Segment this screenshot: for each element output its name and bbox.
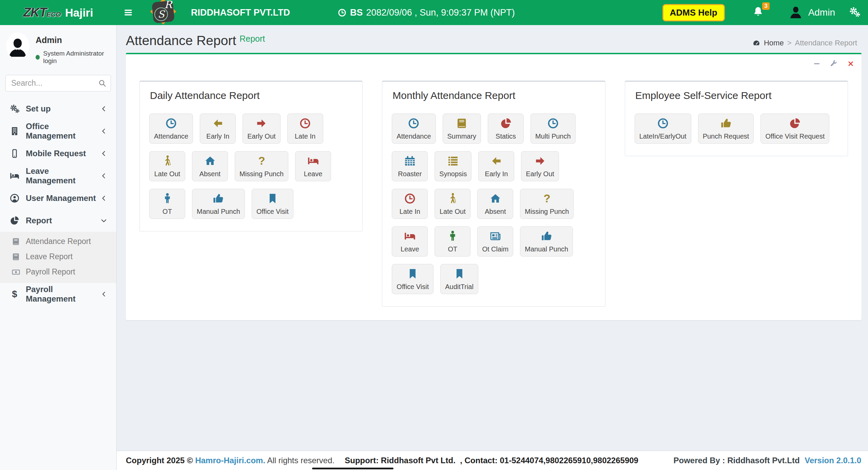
person-icon bbox=[161, 192, 174, 205]
panel-employee-self-service-report: Employee Self-Service ReportLateIn/Early… bbox=[625, 81, 848, 156]
tile-manual-punch[interactable]: Manual Punch bbox=[520, 226, 573, 257]
sidebar-subitem-attendance-report[interactable]: Attendance Report bbox=[0, 234, 116, 249]
tile-roaster[interactable]: Roaster bbox=[392, 151, 428, 181]
tile-latein-earlyout[interactable]: LateIn/EarlyOut bbox=[635, 114, 691, 144]
top-navbar: ZKTECO Hajiri R S RIDDHASOFT PVT.LTD BS … bbox=[0, 0, 868, 25]
tile-label: Punch Request bbox=[703, 132, 749, 140]
adms-help-button[interactable]: ADMS Help bbox=[662, 4, 725, 21]
minus-icon[interactable] bbox=[813, 60, 821, 68]
sidebar-toggle-button[interactable] bbox=[116, 0, 140, 25]
sidebar-item-report[interactable]: Report bbox=[0, 209, 116, 232]
tile-early-in[interactable]: Early In bbox=[478, 151, 514, 181]
walking-icon bbox=[161, 155, 174, 167]
chevron-left-icon bbox=[100, 172, 108, 180]
tile-office-visit-request[interactable]: Office Visit Request bbox=[760, 114, 829, 144]
panel-title: Daily Attendance Report bbox=[150, 90, 353, 101]
tile-label: Synopsis bbox=[439, 170, 467, 178]
tile-ot-claim[interactable]: Ot Claim bbox=[477, 226, 513, 257]
tile-late-out[interactable]: Late Out bbox=[435, 189, 470, 219]
tile-ot[interactable]: OT bbox=[149, 189, 185, 219]
tile-late-out[interactable]: Late Out bbox=[149, 151, 185, 181]
user-menu[interactable]: Admin bbox=[789, 5, 835, 20]
content-header: Attendance Report Report Home > Attendan… bbox=[117, 25, 868, 48]
sidebar-item-leave-management[interactable]: Leave Management bbox=[0, 165, 116, 187]
user-avatar-icon bbox=[789, 5, 803, 20]
tile-statics[interactable]: Statics bbox=[488, 114, 524, 144]
tile-early-in[interactable]: Early In bbox=[200, 114, 236, 144]
tile-office-visit[interactable]: Office Visit bbox=[252, 189, 293, 219]
chevron-left-icon bbox=[100, 105, 108, 113]
notification-badge: 3 bbox=[762, 2, 769, 10]
tile-early-out[interactable]: Early Out bbox=[243, 114, 280, 144]
user-name-label: Admin bbox=[808, 7, 835, 18]
online-status-dot bbox=[36, 55, 40, 60]
tile-late-in[interactable]: Late In bbox=[287, 114, 323, 144]
sidebar-search bbox=[5, 75, 111, 91]
sidebar-item-payroll-management[interactable]: Payroll Management bbox=[0, 283, 116, 305]
sidebar-item-set-up[interactable]: Set up bbox=[0, 98, 116, 120]
sidebar-subitem-leave-report[interactable]: Leave Report bbox=[0, 249, 116, 264]
arrow-left-icon bbox=[490, 155, 503, 167]
breadcrumb-home[interactable]: Home bbox=[764, 39, 784, 47]
dashboard-icon bbox=[752, 39, 760, 47]
tile-attendance[interactable]: Attendance bbox=[149, 114, 193, 144]
tile-punch-request[interactable]: Punch Request bbox=[698, 114, 754, 144]
settings-button[interactable] bbox=[849, 6, 861, 19]
tile-row: AttendanceSummaryStaticsMulti Punch bbox=[392, 114, 595, 144]
book-icon bbox=[12, 252, 20, 261]
tile-early-out[interactable]: Early Out bbox=[521, 151, 559, 181]
sidebar-item-mobile-request[interactable]: Mobile Request bbox=[0, 142, 116, 165]
arrow-left-icon bbox=[212, 117, 224, 129]
tile-leave[interactable]: Leave bbox=[392, 226, 428, 257]
tile-summary[interactable]: Summary bbox=[443, 114, 481, 144]
company-logo: R S bbox=[150, 0, 176, 26]
tile-multi-punch[interactable]: Multi Punch bbox=[531, 114, 576, 144]
sidebar-subitem-label: Attendance Report bbox=[26, 237, 91, 246]
page-title: Attendance Report bbox=[126, 33, 236, 48]
sidebar-subitem-label: Leave Report bbox=[26, 252, 73, 261]
tile-office-visit[interactable]: Office Visit bbox=[392, 264, 433, 294]
clock-icon bbox=[407, 117, 420, 129]
tile-label: Attendance bbox=[397, 132, 431, 140]
clock-icon bbox=[165, 117, 177, 129]
tile-label: Roaster bbox=[398, 170, 422, 178]
book-icon bbox=[456, 117, 468, 129]
sidebar-user-name: Admin bbox=[36, 35, 110, 45]
tile-attendance[interactable]: Attendance bbox=[392, 114, 436, 144]
sidebar-item-label: Office Management bbox=[26, 122, 100, 141]
sidebar-subitem-payroll-report[interactable]: Payroll Report bbox=[0, 264, 116, 280]
thumbs-icon bbox=[720, 117, 732, 129]
version-label: Version 2.0.1.0 bbox=[805, 456, 861, 465]
panel-title: Employee Self-Service Report bbox=[635, 90, 838, 101]
tile-leave[interactable]: Leave bbox=[295, 151, 331, 181]
hamburger-icon bbox=[123, 7, 133, 18]
tile-label: Early In bbox=[206, 132, 229, 140]
main-content: Attendance Report Report Home > Attendan… bbox=[117, 25, 868, 451]
tile-late-in[interactable]: Late In bbox=[392, 189, 428, 219]
sidebar-item-label: User Management bbox=[26, 193, 96, 203]
panel-daily-attendance-report: Daily Attendance ReportAttendanceEarly I… bbox=[139, 81, 363, 231]
avatar bbox=[6, 33, 30, 59]
tile-ot[interactable]: OT bbox=[435, 226, 470, 257]
notifications-button[interactable]: 3 bbox=[752, 6, 764, 19]
tile-absent[interactable]: Absent bbox=[192, 151, 228, 181]
wrench-icon[interactable] bbox=[830, 60, 838, 68]
tile-label: Late Out bbox=[154, 170, 180, 178]
tile-missing-punch[interactable]: Missing Punch bbox=[520, 189, 574, 219]
tile-synopsis[interactable]: Synopsis bbox=[435, 151, 471, 181]
clock-icon bbox=[657, 117, 669, 129]
search-input[interactable] bbox=[5, 75, 111, 91]
chevron-left-icon bbox=[100, 150, 108, 157]
tile-audittrial[interactable]: AuditTrial bbox=[440, 264, 478, 294]
tile-absent[interactable]: Absent bbox=[477, 189, 513, 219]
tile-manual-punch[interactable]: Manual Punch bbox=[192, 189, 245, 219]
sidebar-submenu: Attendance ReportLeave ReportPayroll Rep… bbox=[0, 232, 116, 283]
hamro-hajiri-link[interactable]: Hamro-Hajiri.com. bbox=[195, 456, 265, 465]
sidebar-item-office-management[interactable]: Office Management bbox=[0, 120, 116, 142]
sidebar-item-user-management[interactable]: User Management bbox=[0, 187, 116, 209]
close-icon[interactable] bbox=[847, 60, 855, 68]
bookmark-icon bbox=[406, 268, 419, 280]
tile-missing-punch[interactable]: Missing Punch bbox=[235, 151, 288, 181]
tile-label: Early Out bbox=[247, 132, 275, 140]
report-sections: Daily Attendance ReportAttendanceEarly I… bbox=[139, 81, 848, 307]
